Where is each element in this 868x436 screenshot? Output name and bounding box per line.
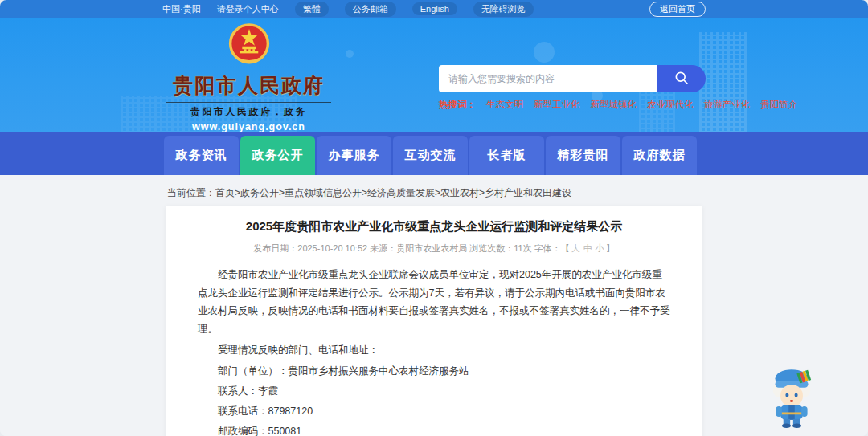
topbar-link-english[interactable]: English: [412, 2, 457, 15]
article-title: 2025年度贵阳市农业产业化市级重点龙头企业运行监测和评定结果公示: [198, 219, 670, 234]
tab-zhengwu-gongkai[interactable]: 政务公开: [240, 136, 315, 175]
article-body: 经贵阳市农业产业化市级重点龙头企业联席会议成员单位审定，现对2025年开展的农业…: [198, 266, 670, 436]
national-emblem-icon: [228, 22, 270, 71]
font-size-medium-button[interactable]: 中: [583, 243, 592, 253]
search-input[interactable]: [439, 65, 657, 92]
top-utility-bar: 中国·贵阳 请登录个人中心 繁體 公务邮箱 English 无障碍浏览 返回首页: [0, 0, 868, 18]
paragraph-announcement: 经贵阳市农业产业化市级重点龙头企业联席会议成员单位审定，现对2025年开展的农业…: [198, 266, 670, 338]
search-button[interactable]: [657, 65, 706, 92]
tab-zhangzhe-ban[interactable]: 长者版: [469, 136, 544, 175]
topbar-link-accessibility[interactable]: 无障碍浏览: [473, 2, 534, 17]
breadcrumb-label: 当前位置：: [167, 187, 215, 198]
site-logo[interactable]: 贵阳市人民政府 贵阳市人民政府．政务 www.guiyang.gov.cn: [162, 18, 335, 132]
tab-zhengfu-shuju[interactable]: 政府数据: [622, 136, 697, 175]
font-size-bracket-close: 】: [606, 243, 615, 253]
return-home-button[interactable]: 返回首页: [649, 2, 706, 17]
browser-window: 中国·贵阳 请登录个人中心 繁體 公务邮箱 English 无障碍浏览 返回首页: [0, 0, 868, 436]
topbar-link-official-mail[interactable]: 公务邮箱: [345, 2, 396, 17]
tab-hudong-jiaoliu[interactable]: 互动交流: [393, 136, 468, 175]
paragraph-contact-intro: 受理情况反映的部门、电话和地址：: [198, 341, 670, 360]
contact-postcode: 邮政编码：550081: [198, 423, 670, 436]
article-meta: 发布日期：2025-10-20 10:52 来源：贵阳市农业农村局 浏览次数：1…: [198, 242, 670, 255]
contact-phone: 联系电话：87987120: [198, 403, 670, 420]
primary-nav: 政务资讯 政务公开 办事服务 互动交流 长者版 精彩贵阳 政府数据: [0, 132, 868, 175]
logo-divider: [166, 102, 331, 103]
contact-person: 联系人：李霞: [198, 383, 670, 400]
hot-word-tourism[interactable]: 旅游产业化: [704, 99, 751, 111]
hot-word-agriculture[interactable]: 农业现代化: [647, 99, 694, 111]
breadcrumb: 当前位置：首页>政务公开>重点领域信息公开>经济高质量发展>农业农村>乡村产业和…: [166, 183, 702, 206]
hot-word-ecology[interactable]: 生态文明: [486, 99, 523, 111]
tab-banshi-fuwu[interactable]: 办事服务: [317, 136, 391, 175]
topbar-link-login-personal-center[interactable]: 请登录个人中心: [217, 3, 279, 15]
article-card: 2025年度贵阳市农业产业化市级重点龙头企业运行监测和评定结果公示 发布日期：2…: [166, 206, 702, 436]
contact-department: 部门（单位）：贵阳市乡村振兴服务中心农村经济服务站: [198, 363, 670, 380]
topbar-link-traditional-chinese[interactable]: 繁體: [295, 2, 329, 17]
hot-word-guiyang-intro[interactable]: 贵阳简介: [760, 99, 797, 111]
font-size-label: 字体：【: [534, 243, 570, 253]
tab-zhengwu-zixun[interactable]: 政务资讯: [164, 136, 239, 175]
breadcrumb-path[interactable]: 首页>政务公开>重点领域信息公开>经济高质量发展>农业农村>乡村产业和农田建设: [215, 187, 571, 198]
site-header: 贵阳市人民政府 贵阳市人民政府．政务 www.guiyang.gov.cn: [0, 18, 868, 132]
site-url: www.guiyang.gov.cn: [192, 121, 305, 132]
topbar-link-china-guiyang[interactable]: 中国·贵阳: [162, 3, 201, 15]
hot-search-row: 热搜词： 生态文明 新型工业化 新型城镇化 农业现代化 旅游产业化 贵阳简介: [439, 99, 706, 111]
font-size-small-button[interactable]: 小: [596, 243, 604, 253]
hot-word-industrialization[interactable]: 新型工业化: [534, 99, 580, 111]
meta-text: 发布日期：2025-10-20 10:52 来源：贵阳市农业农村局 浏览次数：1…: [253, 243, 531, 253]
hot-word-urbanization[interactable]: 新型城镇化: [591, 99, 637, 111]
search-icon: [674, 70, 690, 88]
mascot-character-icon: [765, 418, 818, 431]
hot-search-label: 热搜词：: [439, 99, 476, 111]
mascot-assistant[interactable]: [765, 361, 818, 429]
main-content: 当前位置：首页>政务公开>重点领域信息公开>经济高质量发展>农业农村>乡村产业和…: [0, 175, 868, 436]
site-title: 贵阳市人民政府: [173, 72, 325, 99]
font-size-large-button[interactable]: 大: [571, 243, 580, 253]
tab-jingcai-guiyang[interactable]: 精彩贵阳: [546, 136, 620, 175]
skyline-decoration: [699, 32, 747, 132]
site-subtitle: 贵阳市人民政府．政务: [190, 105, 307, 119]
search-area: 热搜词： 生态文明 新型工业化 新型城镇化 农业现代化 旅游产业化 贵阳简介: [439, 18, 706, 132]
